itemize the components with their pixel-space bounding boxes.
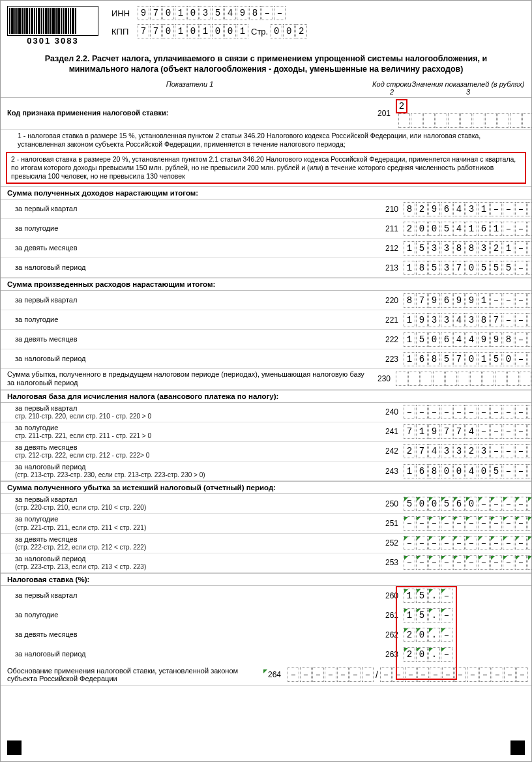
column-headers: Показатели 1 Код строки 2 Значения показ…: [1, 79, 531, 98]
header: 0301 3083 ИНН 9701035498–– КПП 770101001…: [1, 1, 531, 48]
row-260: за первый квартал26015.–: [7, 586, 525, 606]
income-header: Сумма полученных доходов нарастающим ито…: [1, 186, 531, 199]
row-223: за налоговый период223168570150–––: [1, 349, 531, 369]
base-rows: за первый кварталстр. 210-стр. 220, если…: [1, 403, 531, 482]
row-201-val: 2: [396, 99, 532, 128]
page-cells: 002: [271, 24, 307, 38]
kpp-cells: 770101001: [138, 24, 248, 38]
row-263: за налоговый период26320.–: [7, 645, 525, 664]
row-201-value-cell: 2: [396, 99, 407, 113]
barcode-block: 0301 3083: [7, 6, 98, 46]
expense-rows: за первый квартал2208796991–––––за полуг…: [1, 291, 531, 369]
row-211: за полугодие21120054161––––: [1, 219, 531, 239]
curr-loss-header: Сумма полученного убытка за истекший нал…: [1, 481, 531, 494]
inn-row: ИНН 9701035498––: [111, 6, 307, 20]
row-264-val: ––––––– / ––––––––––––: [288, 667, 528, 682]
row-210: за первый квартал2108296431–––––: [1, 199, 531, 219]
row-261: за полугодие26115.–: [7, 606, 525, 625]
row-213: за налоговый период213185370555–––: [1, 258, 531, 278]
col3-header: Значения показателей (в рублях) 3: [411, 80, 525, 96]
marker-bottom-left: [7, 740, 22, 755]
str-label: Стр.: [251, 27, 268, 37]
kpp-row: КПП 770101001 Стр. 002: [111, 24, 307, 38]
rate-header: Налоговая ставка (%):: [1, 573, 531, 586]
row-240: за первый кварталстр. 210-стр. 220, если…: [1, 403, 531, 422]
row-220: за первый квартал2208796991–––––: [1, 291, 531, 310]
row-222: за девять месяцев222150644998–––: [1, 330, 531, 349]
note-option-2: 2 - налоговая ставка в размере 20 %, уст…: [6, 152, 526, 184]
row-243: за налоговый период(стр. 213-стр. 223-ст…: [1, 462, 531, 481]
row-201-label: Код признака применения налоговой ставки…: [7, 109, 364, 117]
row-230-val: [396, 372, 532, 386]
row-264-code: 264: [268, 670, 288, 679]
marker-bottom-right: [510, 740, 525, 755]
row-250: за первый квартал(стр. 220-стр. 210, есл…: [1, 494, 531, 514]
row-264-label: Обоснование применения налоговой ставки,…: [7, 667, 268, 682]
note-option-1: 1 - налоговая ставка в размере 15 %, уст…: [1, 130, 531, 151]
kpp-label: КПП: [111, 27, 138, 37]
barcode-icon: [7, 6, 98, 36]
row-221: за полугодие22119334387––––: [1, 310, 531, 330]
base-header: Налоговая база для исчисления налога (ав…: [1, 390, 531, 403]
barcode-number: 0301 3083: [7, 36, 98, 46]
row-264: Обоснование применения налоговой ставки,…: [1, 664, 531, 686]
row-212: за девять месяцев212153388321–––: [1, 239, 531, 258]
curr-loss-rows: за первый квартал(стр. 220-стр. 210, есл…: [1, 494, 531, 573]
row-253: за налоговый период(стр. 223-стр. 213, е…: [1, 553, 531, 573]
rate-block: за первый квартал26015.–за полугодие2611…: [7, 586, 525, 664]
tax-form-page: 0301 3083 ИНН 9701035498–– КПП 770101001…: [0, 0, 532, 762]
row-252: за девять месяцев(стр. 222-стр. 212, есл…: [1, 534, 531, 553]
row-201: Код признака применения налоговой ставки…: [1, 98, 531, 130]
section-title: Раздел 2.2. Расчет налога, уплачиваемого…: [1, 48, 531, 79]
slash-icon: /: [374, 667, 380, 682]
inn-label: ИНН: [111, 8, 138, 18]
row-264-right: ––––––––––––: [380, 667, 528, 682]
row-264-left: –––––––: [288, 667, 374, 682]
col1-header: Показатели 1: [7, 80, 372, 96]
col2-header: Код строки 2: [372, 80, 411, 96]
row-230-label: Сумма убытка, полученного в предыдущем н…: [7, 370, 364, 387]
row-242: за девять месяцевстр. 212-стр. 222, если…: [1, 442, 531, 462]
row-262: за девять месяцев26220.–: [7, 625, 525, 645]
row-230-code: 230: [364, 374, 396, 383]
row-201-empty: [398, 113, 532, 128]
row-230: Сумма убытка, полученного в предыдущем н…: [1, 369, 531, 389]
id-block: ИНН 9701035498–– КПП 770101001 Стр. 002: [111, 6, 307, 42]
inn-cells: 9701035498––: [138, 6, 286, 20]
income-rows: за первый квартал2108296431–––––за полуг…: [1, 199, 531, 278]
row-241: за полугодиестр. 211-стр. 221, если стр.…: [1, 422, 531, 442]
rate-rows: за первый квартал26015.–за полугодие2611…: [7, 586, 525, 664]
row-201-code: 201: [364, 109, 396, 118]
row-251: за полугодие(стр. 221-стр. 211, если стр…: [1, 514, 531, 533]
expense-header: Сумма произведенных расходов нарастающим…: [1, 278, 531, 291]
